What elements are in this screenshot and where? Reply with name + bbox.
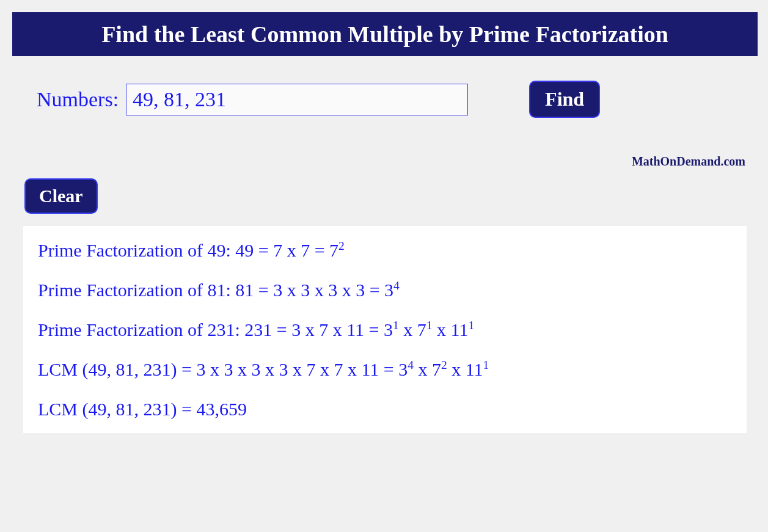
result-exp: 2: [338, 239, 345, 252]
result-text: x 7: [399, 319, 426, 340]
result-exp: 4: [393, 279, 400, 292]
result-exp: 2: [441, 359, 447, 371]
result-exp: 1: [483, 359, 489, 371]
result-text: Prime Factorization of 231: 231 = 3 x 7 …: [38, 319, 393, 340]
clear-button[interactable]: Clear: [24, 178, 98, 214]
result-text: LCM (49, 81, 231) = 43,659: [38, 399, 247, 419]
result-text: LCM (49, 81, 231) = 3 x 3 x 3 x 3 x 7 x …: [38, 359, 408, 379]
result-text: x 11: [433, 319, 469, 340]
result-text: Prime Factorization of 49: 49 = 7 x 7 = …: [38, 240, 338, 260]
page-title: Find the Least Common Multiple by Prime …: [12, 12, 758, 56]
result-line: Prime Factorization of 49: 49 = 7 x 7 = …: [38, 238, 732, 262]
result-line: Prime Factorization of 81: 81 = 3 x 3 x …: [38, 278, 732, 302]
result-line: LCM (49, 81, 231) = 43,659: [38, 397, 732, 421]
result-line: Prime Factorization of 231: 231 = 3 x 7 …: [38, 318, 732, 341]
result-exp: 1: [426, 319, 433, 332]
watermark-text: MathOnDemand.com: [12, 124, 758, 173]
results-panel: Prime Factorization of 49: 49 = 7 x 7 = …: [23, 226, 747, 433]
result-exp: 1: [468, 319, 474, 332]
result-text: x 7: [414, 359, 441, 379]
result-text: x 11: [447, 359, 483, 379]
find-button[interactable]: Find: [529, 81, 600, 118]
numbers-label: Numbers:: [37, 88, 119, 111]
app-container: Find the Least Common Multiple by Prime …: [12, 12, 758, 433]
result-text: Prime Factorization of 81: 81 = 3 x 3 x …: [38, 280, 393, 300]
result-exp: 1: [393, 319, 399, 332]
input-row: Numbers: Find: [12, 56, 758, 124]
result-exp: 4: [408, 359, 414, 371]
numbers-input[interactable]: [126, 84, 468, 115]
result-line: LCM (49, 81, 231) = 3 x 3 x 3 x 3 x 7 x …: [38, 357, 732, 381]
